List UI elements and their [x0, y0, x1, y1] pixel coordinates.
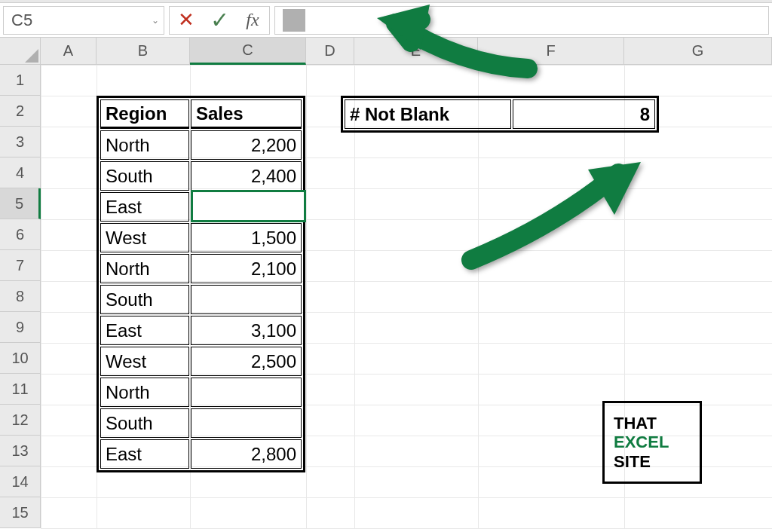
sales-cell[interactable]: 2,800 — [191, 439, 302, 469]
row-header-10[interactable]: 10 — [0, 343, 41, 374]
logo-line-2: EXCEL — [614, 433, 691, 451]
sales-cell[interactable] — [191, 285, 302, 314]
table-row: West1,500 — [100, 223, 302, 252]
table-row: South2,400 — [100, 161, 302, 191]
chevron-down-icon[interactable]: ⌄ — [152, 15, 159, 26]
column-header-B[interactable]: B — [96, 38, 190, 65]
region-cell[interactable]: East — [100, 439, 189, 469]
region-header: Region — [100, 99, 189, 129]
region-cell[interactable]: North — [100, 378, 189, 407]
logo-line-3: SITE — [614, 452, 691, 471]
cancel-icon[interactable]: ✕ — [170, 7, 203, 34]
grid-body[interactable]: RegionSalesNorth2,200South2,400EastWest1… — [41, 65, 772, 528]
sales-cell[interactable]: 2,100 — [191, 254, 302, 283]
not-blank-label: # Not Blank — [345, 99, 511, 129]
sales-cell[interactable]: 3,100 — [191, 316, 302, 345]
column-header-A[interactable]: A — [41, 38, 96, 65]
name-box-value: C5 — [11, 11, 32, 30]
row-header-2[interactable]: 2 — [0, 96, 41, 127]
sales-cell[interactable] — [191, 378, 302, 407]
arrow-icon — [456, 162, 645, 271]
table-row: # Not Blank 8 — [345, 99, 655, 129]
redacted-block — [283, 9, 305, 32]
watermark-logo: THAT EXCEL SITE — [602, 401, 702, 484]
summary-table: # Not Blank 8 — [341, 96, 659, 133]
spreadsheet: 123456789101112131415 ABCDEFG RegionSale… — [0, 38, 772, 528]
checkmark-icon[interactable]: ✓ — [203, 7, 236, 34]
table-row: East2,800 — [100, 439, 302, 469]
row-header-12[interactable]: 12 — [0, 405, 41, 436]
fx-icon[interactable]: fx — [236, 7, 269, 34]
table-row: South — [100, 285, 302, 314]
table-row: RegionSales — [100, 99, 302, 129]
logo-line-1: THAT — [614, 414, 691, 433]
region-cell[interactable]: East — [100, 192, 189, 222]
column-header-C[interactable]: C — [190, 38, 306, 65]
row-header-9[interactable]: 9 — [0, 312, 41, 343]
row-header-3[interactable]: 3 — [0, 127, 41, 157]
row-header-1[interactable]: 1 — [0, 65, 41, 96]
not-blank-value: 8 — [513, 99, 655, 129]
table-row: North — [100, 378, 302, 407]
region-cell[interactable]: South — [100, 408, 189, 438]
column-header-D[interactable]: D — [306, 38, 354, 65]
row-header-15[interactable]: 15 — [0, 497, 41, 528]
row-header-4[interactable]: 4 — [0, 157, 41, 188]
sales-cell[interactable]: 2,200 — [191, 130, 302, 160]
sales-cell[interactable]: 2,500 — [191, 347, 302, 376]
table-row: North2,200 — [100, 130, 302, 160]
data-table-region-sales: RegionSalesNorth2,200South2,400EastWest1… — [96, 96, 305, 472]
region-cell[interactable]: North — [100, 254, 189, 283]
column-header-G[interactable]: G — [624, 38, 772, 65]
sales-cell[interactable]: 2,400 — [191, 161, 302, 191]
table-row: South — [100, 408, 302, 438]
table-row: North2,100 — [100, 254, 302, 283]
row-header-6[interactable]: 6 — [0, 219, 41, 250]
formula-controls: ✕ ✓ fx — [169, 6, 270, 35]
row-header-8[interactable]: 8 — [0, 281, 41, 312]
sales-header: Sales — [191, 99, 302, 129]
row-header-13[interactable]: 13 — [0, 436, 41, 466]
region-cell[interactable]: West — [100, 223, 189, 252]
select-all-corner[interactable] — [0, 38, 41, 65]
row-headers: 123456789101112131415 — [0, 65, 41, 528]
row-header-7[interactable]: 7 — [0, 250, 41, 281]
row-header-5[interactable]: 5 — [0, 188, 41, 219]
table-row: East3,100 — [100, 316, 302, 345]
arrow-icon — [377, 5, 543, 80]
region-cell[interactable]: East — [100, 316, 189, 345]
region-cell[interactable]: West — [100, 347, 189, 376]
row-header-14[interactable]: 14 — [0, 466, 41, 497]
region-cell[interactable]: North — [100, 130, 189, 160]
table-row: West2,500 — [100, 347, 302, 376]
region-cell[interactable]: South — [100, 161, 189, 191]
region-cell[interactable]: South — [100, 285, 189, 314]
name-box[interactable]: C5 ⌄ — [3, 6, 164, 35]
sales-cell[interactable] — [191, 408, 302, 438]
sales-cell[interactable]: 1,500 — [191, 223, 302, 252]
row-header-11[interactable]: 11 — [0, 374, 41, 405]
active-cell-cursor[interactable] — [191, 190, 306, 222]
